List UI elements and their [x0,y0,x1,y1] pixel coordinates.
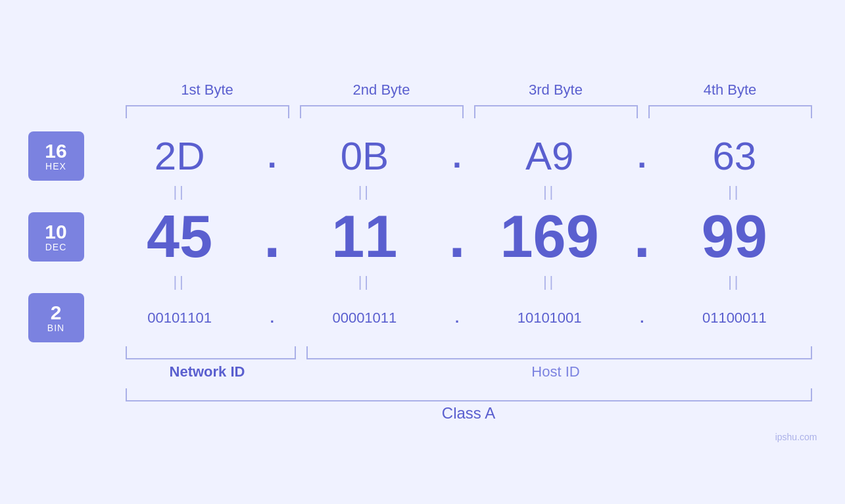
bin-dot1: . [262,309,282,327]
class-label: Class A [120,404,817,423]
dec-dot3: . [632,203,652,271]
bin-dot2: . [447,309,467,327]
hex-badge-label: HEX [45,161,66,172]
bin-badge-num: 2 [51,303,62,323]
bottom-brackets [120,346,817,359]
class-bracket [126,388,812,401]
equals-row-2: || || || || [97,273,817,290]
bin-b4: 01100011 [652,309,817,327]
dec-b2: 11 [282,203,447,271]
class-label-row: Class A [120,404,817,423]
hex-badge-num: 16 [45,141,66,161]
eq1-b2: || [282,183,447,200]
eq2-b1: || [97,273,262,290]
bin-row: 2 BIN 00101101 . 00001011 . 10101001 . 0… [28,293,817,342]
watermark: ipshu.com [775,432,817,442]
hex-b1: 2D [97,133,262,179]
dec-badge-num: 10 [45,222,66,242]
bin-dot3: . [632,309,652,327]
byte1-header: 1st Byte [120,81,295,99]
bin-b1: 00101101 [97,309,262,327]
top-bracket-2 [300,105,464,118]
equals-row-1: || || || || [97,183,817,200]
hex-badge: 16 HEX [28,131,84,181]
dec-b4: 99 [652,203,817,271]
class-bracket-row [120,388,817,401]
hex-dot2: . [447,137,467,175]
host-bracket [306,346,812,359]
dec-b3: 169 [467,203,632,271]
hex-row: 16 HEX 2D . 0B . A9 . 63 [28,131,817,181]
labels-row: Network ID Host ID [120,363,817,380]
eq2-b2: || [282,273,447,290]
top-bracket-3 [474,105,638,118]
eq1-b3: || [467,183,632,200]
hex-b3: A9 [467,133,632,179]
eq1-b1: || [97,183,262,200]
bin-badge-label: BIN [47,323,64,333]
hex-b2: 0B [282,133,447,179]
hex-dot1: . [262,137,282,175]
hex-b4: 63 [652,133,817,179]
top-bracket-1 [126,105,289,118]
byte3-header: 3rd Byte [469,81,643,99]
bin-badge: 2 BIN [28,293,84,342]
dec-b1: 45 [97,203,262,271]
dec-dot2: . [447,203,467,271]
byte2-header: 2nd Byte [295,81,469,99]
dec-badge: 10 DEC [28,212,84,262]
bin-b3: 10101001 [467,309,632,327]
bin-b2: 00001011 [282,309,447,327]
dec-row: 10 DEC 45 . 11 . 169 . 99 [28,203,817,271]
network-bracket [126,346,296,359]
eq1-b4: || [652,183,817,200]
dec-dot1: . [262,203,282,271]
eq2-b3: || [467,273,632,290]
hex-dot3: . [632,137,652,175]
top-bracket-4 [648,105,812,118]
host-id-label: Host ID [295,363,817,380]
network-id-label: Network ID [120,363,295,380]
byte4-header: 4th Byte [643,81,817,99]
dec-badge-label: DEC [45,242,67,252]
eq2-b4: || [652,273,817,290]
